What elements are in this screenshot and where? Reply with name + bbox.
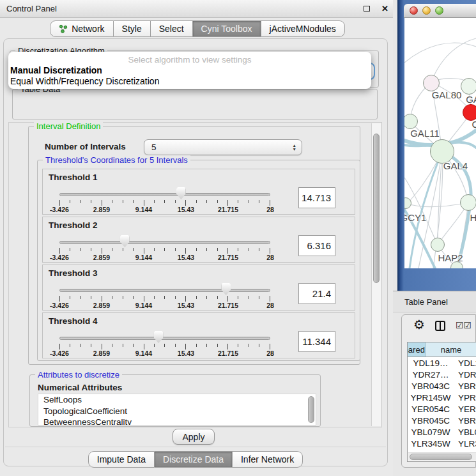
network-node-label: GA bbox=[466, 94, 476, 105]
tab-select[interactable]: Select bbox=[151, 20, 193, 37]
attributes-legend: Attributes to discretize bbox=[35, 370, 122, 380]
algorithm-popup-list: Manual DiscretizationEqual Width/Frequen… bbox=[8, 65, 371, 87]
attribute-item-betweennesscentrality[interactable]: BetweennessCentrality bbox=[38, 417, 316, 426]
thresholds-group: Threshold's Coordinates for 5 Intervals … bbox=[37, 160, 360, 361]
tab-discretize-data[interactable]: Discretize Data bbox=[155, 451, 233, 468]
table-cell: YPR145W bbox=[408, 393, 454, 403]
control-panel-titlebar: Control Panel ✕ bbox=[0, 0, 395, 18]
column-header-name[interactable]: name bbox=[426, 342, 476, 357]
tab-label: jActiveMNodules bbox=[270, 24, 336, 34]
slider-track[interactable] bbox=[59, 289, 270, 292]
tab-label: Impute Data bbox=[97, 454, 146, 464]
popup-item-manual-discretization[interactable]: Manual Discretization bbox=[8, 65, 371, 76]
column-header-shared-name[interactable]: shared… bbox=[408, 342, 426, 357]
table-row[interactable]: YDL19…YDL1 bbox=[408, 357, 476, 369]
tab-label: Cyni Toolbox bbox=[201, 24, 252, 34]
table-row[interactable]: YDR27…YDR2 bbox=[408, 369, 476, 380]
threshold-panel: Threshold 4 -3.4262.8599.14415.4321.7152… bbox=[42, 312, 355, 358]
slider-thumb[interactable] bbox=[154, 331, 164, 343]
node-table: shared… name YDL19…YDL1YDR27…YDR2YBR043C… bbox=[407, 342, 476, 462]
cyni-toolbox-panel: Discretization Algorithm Select algorith… bbox=[3, 38, 388, 466]
apply-button[interactable]: Apply bbox=[173, 429, 215, 445]
network-window-titlebar bbox=[404, 4, 476, 18]
number-of-intervals-combo[interactable]: 5 ▲▼ bbox=[144, 139, 302, 155]
screen: Control Panel ✕ NetworkStyleSelectCyni T… bbox=[0, 0, 476, 476]
close-icon[interactable]: ✕ bbox=[381, 4, 388, 13]
tab-label: Discretize Data bbox=[163, 454, 224, 464]
top-tab-bar: NetworkStyleSelectCyni ToolboxjActiveMNo… bbox=[0, 20, 395, 37]
threshold-label: Threshold 4 bbox=[49, 316, 98, 326]
tab-label: Network bbox=[72, 24, 104, 34]
table-cell: YLR345W bbox=[408, 439, 454, 449]
horizontal-scrollbar[interactable] bbox=[408, 452, 476, 461]
network-node-ga[interactable] bbox=[461, 78, 476, 95]
threshold-value-field[interactable]: 11.344 bbox=[298, 331, 335, 352]
table-rows: YDL19…YDL1YDR27…YDR2YBR043CYBR0YPR145WYP… bbox=[408, 357, 476, 452]
spinner-arrows-icon: ▲▼ bbox=[293, 144, 296, 151]
table-cell: YPR1 bbox=[454, 393, 476, 403]
tab-cyni-toolbox[interactable]: Cyni Toolbox bbox=[193, 20, 261, 37]
window-title: Control Panel bbox=[6, 4, 364, 13]
list-scrollbar-thumb[interactable] bbox=[308, 396, 314, 423]
scrollbar-thumb[interactable] bbox=[373, 134, 380, 283]
gear-icon[interactable]: ⚙ bbox=[413, 317, 425, 332]
table-row[interactable]: YBR043CYBR0 bbox=[408, 380, 476, 392]
threshold-label: Threshold 3 bbox=[49, 268, 98, 278]
popup-item-equal-width-frequency-discretization[interactable]: Equal Width/Frequency Discretization bbox=[8, 76, 371, 87]
table-row[interactable]: YLR345WYLR3 bbox=[408, 438, 476, 449]
slider-track[interactable] bbox=[59, 241, 270, 244]
attributes-group: Attributes to discretize Numerical Attri… bbox=[29, 374, 321, 427]
table-row[interactable]: YPR145WYPR1 bbox=[408, 392, 476, 403]
table-cell: YBL079W bbox=[408, 427, 454, 437]
network-canvas[interactable]: GAL80GACGAL11GAL4GCY1HHAP2 bbox=[404, 18, 476, 268]
table-row[interactable]: YBL079WYBL0 bbox=[408, 426, 476, 438]
numerical-attributes-title: Numerical Attributes bbox=[38, 383, 122, 392]
slider-thumb[interactable] bbox=[176, 187, 186, 199]
split-table-icon[interactable] bbox=[435, 321, 445, 331]
table-row[interactable]: YER054CYER0 bbox=[408, 403, 476, 415]
slider-track[interactable] bbox=[59, 193, 270, 196]
minimize-traffic-light[interactable] bbox=[422, 6, 431, 15]
slider-thumb[interactable] bbox=[221, 283, 231, 295]
numerical-attributes-list[interactable]: SelfLoopsTopologicalCoefficientBetweenne… bbox=[38, 394, 316, 426]
slider-tick-labels: -3.4262.8599.14415.4321.71528 bbox=[59, 349, 270, 358]
network-node-hap2[interactable] bbox=[431, 238, 445, 252]
slider-ticks bbox=[59, 200, 270, 206]
attribute-item-selfloops[interactable]: SelfLoops bbox=[38, 394, 316, 406]
threshold-panel: Threshold 2 -3.4262.8599.14415.4321.7152… bbox=[42, 217, 355, 263]
threshold-value-field[interactable]: 6.316 bbox=[298, 235, 335, 256]
table-panel-title: Table Panel bbox=[404, 297, 448, 307]
network-icon bbox=[59, 24, 68, 33]
network-node-label: H bbox=[470, 212, 476, 223]
divider bbox=[5, 447, 386, 447]
slider-track[interactable] bbox=[59, 337, 270, 340]
close-traffic-light[interactable] bbox=[410, 6, 418, 15]
table-cell: YDL19… bbox=[408, 358, 454, 368]
zoom-traffic-light[interactable] bbox=[435, 6, 443, 15]
table-row[interactable]: YBR045CYBR0 bbox=[408, 415, 476, 426]
popup-hint: Select algorithm to view settings bbox=[8, 52, 371, 65]
interval-definition-legend: Interval Definition bbox=[34, 121, 103, 131]
tab-impute-data[interactable]: Impute Data bbox=[88, 451, 155, 468]
thresholds-legend: Threshold's Coordinates for 5 Intervals bbox=[43, 155, 190, 165]
tab-jactivemnodules[interactable]: jActiveMNodules bbox=[261, 20, 345, 37]
tab-style[interactable]: Style bbox=[114, 20, 151, 37]
float-window-icon[interactable] bbox=[364, 6, 370, 12]
table-cell: YER0 bbox=[454, 404, 476, 414]
slider-thumb[interactable] bbox=[120, 235, 130, 247]
threshold-value-field[interactable]: 21.4 bbox=[298, 283, 335, 304]
attribute-item-topologicalcoefficient[interactable]: TopologicalCoefficient bbox=[38, 406, 316, 417]
algorithm-dropdown-popup: Select algorithm to view settings Manual… bbox=[8, 52, 371, 89]
tab-infer-network[interactable]: Infer Network bbox=[233, 451, 303, 468]
table-data-group: Table Data galFiltered.sif default node … bbox=[12, 89, 378, 119]
tab-label: Infer Network bbox=[241, 454, 294, 464]
tab-label: Select bbox=[159, 24, 184, 34]
threshold-value-field[interactable]: 14.713 bbox=[298, 187, 335, 208]
vertical-scrollbar[interactable] bbox=[371, 123, 381, 426]
table-cell: YBR0 bbox=[454, 416, 476, 426]
column-checkboxes-icon[interactable]: ☑☑ bbox=[456, 320, 472, 330]
scrollbar-thumb[interactable] bbox=[410, 454, 472, 460]
network-node-h[interactable] bbox=[460, 194, 476, 211]
table-cell: YBR043C bbox=[408, 381, 454, 391]
tab-network[interactable]: Network bbox=[50, 20, 113, 37]
